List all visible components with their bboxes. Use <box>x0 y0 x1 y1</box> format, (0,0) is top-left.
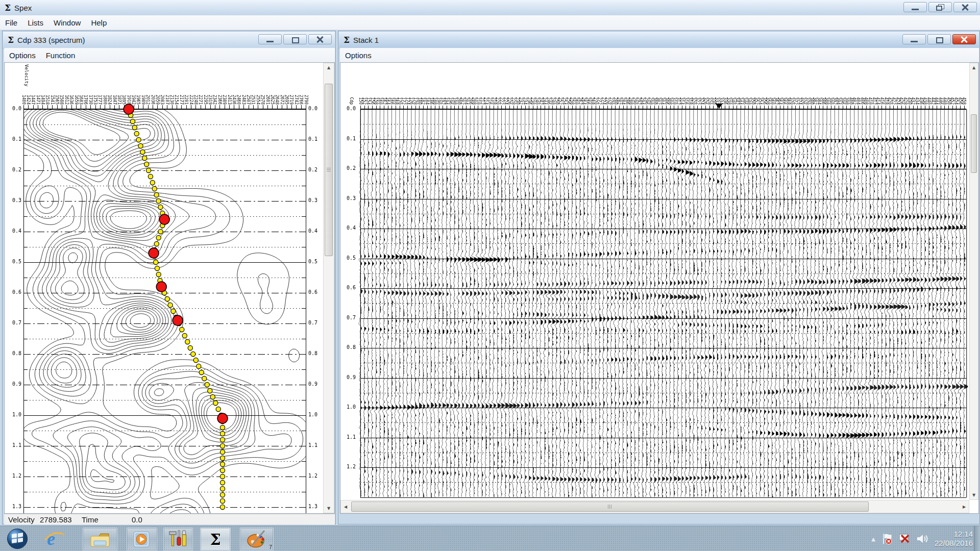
clock[interactable]: 12:14 22/08/2016 <box>935 530 973 548</box>
spectrum-vertical-scrollbar[interactable]: ▲ ▼ <box>323 63 334 513</box>
velocity-tick-label: 2413 <box>227 69 232 105</box>
velocity-tick-label: 2083 <box>160 69 164 105</box>
stack-hscrollbar-thumb[interactable] <box>351 502 869 512</box>
stack-titlebar[interactable]: Σ Stack 1 <box>339 32 979 48</box>
media-player-icon <box>133 530 151 548</box>
menu-help[interactable]: Help <box>86 16 112 29</box>
cdp-tick-label: 458 <box>962 72 966 105</box>
velocity-tick-label: 1753 <box>93 69 97 105</box>
time-tick-label: 0.0 <box>341 106 356 111</box>
stack-minimize-button[interactable] <box>902 34 926 44</box>
stack-menu-options[interactable]: Options <box>340 49 377 62</box>
velocity-tick-label: 1471 <box>36 69 40 105</box>
time-tick-label-left: 1.3 <box>7 504 21 509</box>
spectrum-window: Σ Cdp 333 (spectrum) Options Function ▲ … <box>2 31 336 524</box>
stack-horizontal-scrollbar[interactable]: ◀ ▶ <box>340 500 969 513</box>
time-tick-label: 1.0 <box>341 404 356 410</box>
velocity-tick-label: 1777 <box>97 69 102 105</box>
stack-close-button[interactable] <box>952 34 976 44</box>
time-tick-label-left: 1.0 <box>7 412 21 417</box>
velocity-tick-label: 2719 <box>289 69 293 105</box>
stack-vertical-scrollbar[interactable]: ▲ ▼ <box>969 63 978 500</box>
time-tick-label-right: 1.0 <box>308 412 323 417</box>
main-minimize-button[interactable] <box>903 2 927 12</box>
time-tick-label: 0.7 <box>341 315 356 320</box>
velocity-tick-label: 1942 <box>131 69 136 105</box>
taskbar-item-spex[interactable]: Σ <box>200 528 231 551</box>
velocity-tick-label: 2224 <box>189 69 193 105</box>
velocity-tick-label: 2319 <box>208 69 212 105</box>
velocity-tick-label: 2201 <box>184 69 188 105</box>
menu-file[interactable]: File <box>0 16 22 29</box>
cdp-axis-label: Cdp <box>349 72 354 105</box>
time-tick-label-right: 0.0 <box>308 106 323 111</box>
taskbar-item-tools[interactable] <box>163 528 193 551</box>
scroll-left-icon[interactable]: ◀ <box>342 505 349 509</box>
action-center-flag-icon[interactable] <box>880 533 893 545</box>
time-tick-label-left: 0.6 <box>7 289 21 295</box>
velocity-tick-label: 1494 <box>40 69 45 105</box>
spectrum-minimize-button[interactable] <box>258 34 282 44</box>
svg-text:e: e <box>47 529 55 549</box>
minimize-icon <box>266 41 274 42</box>
stack-maximize-button[interactable] <box>927 34 951 44</box>
scroll-up-icon[interactable]: ▲ <box>970 65 978 70</box>
time-tick-label-left: 0.9 <box>7 381 21 387</box>
scroll-right-icon[interactable]: ▶ <box>961 505 968 509</box>
taskbar-item-internet-explorer[interactable]: e <box>40 528 68 550</box>
stack-menubar: Options <box>340 48 979 63</box>
stack-section-canvas[interactable] <box>340 63 969 500</box>
velocity-tick-label: 1565 <box>55 69 59 105</box>
velocity-tick-label: 2554 <box>256 69 260 105</box>
time-tick-label-left: 0.0 <box>7 106 21 111</box>
spectrum-scrollbar-thumb[interactable] <box>325 84 333 256</box>
time-tick-label: 0.8 <box>341 344 356 350</box>
spectrum-menu-function[interactable]: Function <box>41 49 81 62</box>
hidden-icons-arrow-icon[interactable]: ▲ <box>871 536 875 542</box>
start-button[interactable] <box>4 528 31 550</box>
time-tick-label: 1.2 <box>341 464 356 469</box>
time-tick-label-left: 0.8 <box>7 350 21 356</box>
maximize-icon <box>292 37 299 43</box>
main-close-button[interactable] <box>953 2 977 12</box>
time-tick-label-right: 0.3 <box>308 197 323 203</box>
internet-explorer-icon: e <box>43 529 65 549</box>
spectrum-plot-area[interactable]: ▲ ▼ 140014241447147114941518154115651588… <box>4 62 335 514</box>
app-sigma-icon: Σ <box>5 3 11 13</box>
time-tick-label-right: 1.2 <box>308 473 323 479</box>
scroll-up-icon[interactable]: ▲ <box>324 65 334 70</box>
taskbar-item-paint[interactable]: 7 <box>240 528 274 551</box>
tools-icon <box>168 530 188 549</box>
velocity-tick-label: 2695 <box>284 69 289 105</box>
velocity-tick-label: 2672 <box>280 69 284 105</box>
stack-plot-area[interactable]: ▲ ▼ ◀ ▶ 15015215415615816016216416616817… <box>340 62 979 514</box>
spectrum-menu-options[interactable]: Options <box>4 49 41 62</box>
taskbar-item-windows-explorer[interactable] <box>83 528 117 551</box>
volume-icon[interactable] <box>916 533 929 545</box>
main-restore-button[interactable] <box>928 2 952 12</box>
scroll-down-icon[interactable]: ▼ <box>970 493 978 497</box>
time-tick-label-right: 0.2 <box>308 167 323 172</box>
stack-vscrollbar-thumb[interactable] <box>971 114 977 173</box>
time-tick-label-right: 0.4 <box>308 228 323 234</box>
time-tick-label: 0.3 <box>341 195 356 201</box>
backup-error-icon[interactable] <box>898 533 911 545</box>
taskbar-item-media-player[interactable] <box>127 528 157 551</box>
menu-lists[interactable]: Lists <box>22 16 48 29</box>
spectrum-maximize-button[interactable] <box>283 34 307 44</box>
velocity-tick-label: 1612 <box>64 69 69 105</box>
velocity-tick-label: 2648 <box>275 69 279 105</box>
velocity-tick-label: 1518 <box>45 69 50 105</box>
velocity-tick-label: 1847 <box>112 69 117 105</box>
menu-window[interactable]: Window <box>48 16 86 29</box>
show-desktop-button[interactable] <box>974 526 980 551</box>
minimize-icon <box>911 41 918 42</box>
velocity-tick-label: 2625 <box>270 69 275 105</box>
paint-palette-icon <box>246 530 267 549</box>
spectrum-close-button[interactable] <box>308 34 332 44</box>
spectrum-titlebar[interactable]: Σ Cdp 333 (spectrum) <box>3 32 335 48</box>
time-tick-label-left: 1.1 <box>7 442 21 448</box>
scroll-down-icon[interactable]: ▼ <box>324 506 334 511</box>
velocity-spectrum-canvas[interactable] <box>5 63 323 513</box>
time-tick-label-right: 0.1 <box>308 136 323 142</box>
